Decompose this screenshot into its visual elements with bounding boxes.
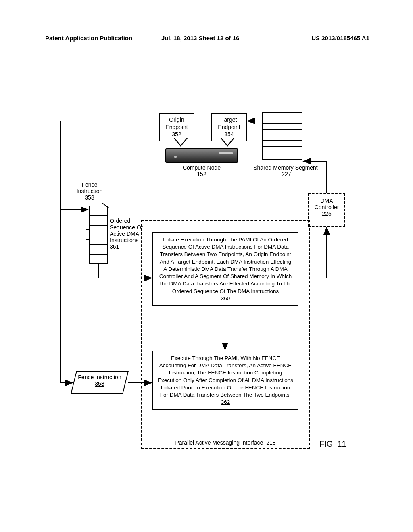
step-360-box: Initiate Execution Through The PAMI Of A… (152, 232, 298, 306)
shared-memory-text: Shared Memory Segment (253, 164, 318, 171)
target-endpoint-ref: 354 (215, 131, 243, 138)
step-362-box: Execute Through The PAMI, With No FENCE … (152, 351, 298, 410)
shared-memory-icon (262, 112, 302, 160)
step-362-text: Execute Through The PAMI, With No FENCE … (157, 355, 294, 399)
fence-instruction-input-label: Fence Instruction 358 (73, 374, 126, 387)
fence-instruction-top-text: Fence Instruction (77, 181, 103, 194)
shared-memory-label: Shared Memory Segment 227 (253, 164, 318, 177)
step-360-text: Initiate Execution Through The PAMI Of A… (157, 236, 294, 295)
pami-text: Parallel Active Messaging Interface (175, 439, 263, 446)
compute-node-label: Compute Node 152 (177, 164, 226, 177)
target-endpoint-box: Target Endpoint 354 (211, 113, 247, 141)
pami-ref: 218 (266, 439, 275, 446)
fence-instruction-top-ref: 358 (85, 194, 94, 201)
dma-controller-box: DMA Controller 225 (308, 193, 345, 227)
header-right: US 2013/0185465 A1 (311, 35, 369, 42)
origin-endpoint-label: Origin Endpoint (163, 116, 190, 131)
origin-endpoint-pointer-icon (173, 138, 188, 147)
shared-memory-ref: 227 (282, 171, 291, 177)
step-362-ref: 362 (157, 399, 294, 406)
dma-instruction-stack-icon (89, 206, 108, 264)
header-center: Jul. 18, 2013 Sheet 12 of 16 (161, 35, 239, 42)
fence-instruction-top-label: Fence Instruction 358 (69, 181, 110, 201)
header-left: Patent Application Publication (45, 35, 132, 42)
header-rule (40, 44, 373, 44)
ordered-sequence-text: Ordered Sequence Of Active DMA Instructi… (110, 218, 143, 243)
figure-label: FIG. 11 (319, 439, 346, 449)
dma-controller-ref: 225 (309, 210, 344, 217)
compute-node-text: Compute Node (183, 164, 221, 171)
fence-instruction-input-ref: 358 (95, 380, 104, 387)
page: Patent Application Publication Jul. 18, … (0, 0, 413, 532)
dma-controller-label: DMA Controller (309, 197, 344, 210)
step-360-ref: 360 (157, 295, 294, 302)
compute-node-icon (165, 148, 238, 163)
compute-node-ref: 152 (197, 171, 206, 177)
pami-label: Parallel Active Messaging Interface 218 (142, 439, 309, 446)
fence-instruction-input-text: Fence Instruction (78, 374, 121, 380)
target-endpoint-pointer-icon (220, 138, 235, 147)
ordered-sequence-ref: 361 (110, 243, 119, 250)
origin-endpoint-box: Origin Endpoint 352 (159, 113, 194, 141)
target-endpoint-label: Target Endpoint (215, 116, 243, 131)
origin-endpoint-ref: 352 (163, 131, 190, 138)
